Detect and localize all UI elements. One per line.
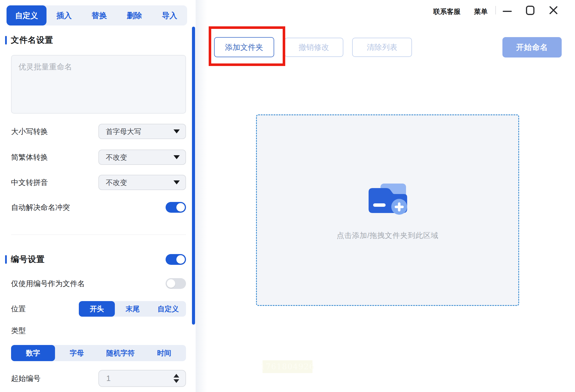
start-number-label: 起始编号: [11, 374, 41, 384]
app-window: 自定义 插入 替换 删除 导入 文件名设置 大小写转换 首字母大写 简繁体转换 …: [0, 0, 575, 392]
add-folder-icon: [366, 183, 409, 218]
close-icon: [549, 6, 558, 15]
type-label-row: 类型: [11, 326, 186, 335]
pinyin-conversion-label: 中文转拼音: [11, 178, 48, 188]
tab-import[interactable]: 导入: [152, 5, 187, 25]
filename-settings-header: 文件名设置: [5, 35, 186, 46]
only-number-label: 仅使用编号作为文件名: [11, 279, 85, 289]
folder-dropzone[interactable]: 点击添加/拖拽文件夹到此区域: [256, 114, 519, 306]
type-option-letter[interactable]: 字母: [55, 345, 99, 361]
undo-button[interactable]: 撤销修改: [284, 38, 343, 57]
number-stepper: [174, 374, 179, 383]
dropzone-hint: 点击添加/拖拽文件夹到此区域: [337, 231, 438, 240]
only-number-toggle[interactable]: [166, 278, 186, 289]
pinyin-conversion-value: 不改变: [106, 178, 127, 187]
clear-list-button[interactable]: 清除列表: [352, 38, 412, 57]
only-number-row: 仅使用编号作为文件名: [11, 278, 186, 289]
stepper-up-icon[interactable]: [174, 374, 179, 378]
chevron-down-icon: [174, 180, 180, 184]
auto-conflict-label: 自动解决命名冲突: [11, 203, 70, 212]
position-segmented-control: 开头 末尾 自定义: [79, 301, 186, 317]
pinyin-conversion-select[interactable]: 不改变: [98, 175, 186, 190]
sidebar-scrollbar-thumb[interactable]: [192, 27, 195, 325]
tab-replace[interactable]: 替换: [82, 5, 117, 25]
start-number-input[interactable]: 1: [98, 370, 186, 387]
close-button[interactable]: [547, 4, 560, 16]
type-row: 数字 字母 随机字符 时间: [11, 345, 186, 361]
traditional-conversion-row: 简繁体转换 不改变: [11, 150, 186, 165]
traditional-conversion-select[interactable]: 不改变: [98, 150, 186, 165]
chevron-down-icon: [174, 129, 180, 133]
section-divider: [11, 235, 186, 235]
stepper-down-icon[interactable]: [174, 379, 179, 383]
minimize-icon: [503, 6, 512, 15]
type-option-time[interactable]: 时间: [142, 345, 186, 361]
menu-button[interactable]: 菜单: [474, 7, 488, 16]
start-rename-button[interactable]: 开始命名: [502, 37, 562, 57]
maximize-icon: [525, 5, 535, 15]
numbering-settings-header: 编号设置: [5, 254, 186, 265]
sidebar: 自定义 插入 替换 删除 导入 文件名设置 大小写转换 首字母大写 简繁体转换 …: [0, 0, 198, 392]
start-number-value: 1: [106, 374, 111, 383]
case-conversion-row: 大小写转换 首字母大写: [11, 124, 186, 139]
chevron-down-icon: [174, 155, 180, 159]
toggle-knob: [176, 255, 185, 264]
auto-conflict-toggle[interactable]: [166, 202, 186, 213]
type-segmented-control: 数字 字母 随机字符 时间: [11, 345, 186, 361]
position-option-custom[interactable]: 自定义: [151, 301, 186, 317]
tab-custom[interactable]: 自定义: [7, 5, 46, 25]
numbering-enabled-toggle[interactable]: [166, 254, 186, 265]
minimize-button[interactable]: [501, 4, 513, 16]
start-number-row: 起始编号 1: [11, 370, 186, 387]
auto-conflict-row: 自动解决命名冲突: [11, 202, 186, 213]
titlebar-separator: [495, 6, 496, 14]
section-accent-bar: [5, 255, 7, 264]
position-option-start[interactable]: 开头: [79, 301, 115, 317]
add-folder-button[interactable]: 添加文件夹: [214, 37, 274, 57]
toggle-knob: [167, 279, 175, 288]
type-label: 类型: [11, 326, 26, 336]
position-row: 位置 开头 末尾 自定义: [11, 301, 186, 317]
traditional-conversion-label: 简繁体转换: [11, 152, 48, 162]
numbering-settings-title: 编号设置: [11, 254, 45, 265]
case-conversion-label: 大小写转换: [11, 127, 48, 137]
panel-divider: [196, 0, 207, 392]
type-option-random[interactable]: 随机字符: [99, 345, 142, 361]
watermark: 1761804926: [263, 360, 312, 373]
filename-template-input[interactable]: [11, 55, 186, 114]
maximize-button[interactable]: [524, 4, 536, 16]
filename-settings-title: 文件名设置: [11, 35, 53, 46]
tab-bar: 自定义 插入 替换 删除 导入: [7, 5, 187, 25]
tab-delete[interactable]: 删除: [117, 5, 152, 25]
tab-insert[interactable]: 插入: [46, 5, 82, 25]
contact-support-button[interactable]: 联系客服: [433, 7, 460, 16]
case-conversion-value: 首字母大写: [106, 127, 141, 136]
type-option-number[interactable]: 数字: [11, 345, 55, 361]
toggle-knob: [176, 203, 185, 212]
case-conversion-select[interactable]: 首字母大写: [98, 124, 186, 139]
traditional-conversion-value: 不改变: [106, 153, 127, 162]
position-option-end[interactable]: 末尾: [115, 301, 151, 317]
position-label: 位置: [11, 304, 26, 314]
pinyin-conversion-row: 中文转拼音 不改变: [11, 175, 186, 190]
section-accent-bar: [5, 36, 7, 44]
